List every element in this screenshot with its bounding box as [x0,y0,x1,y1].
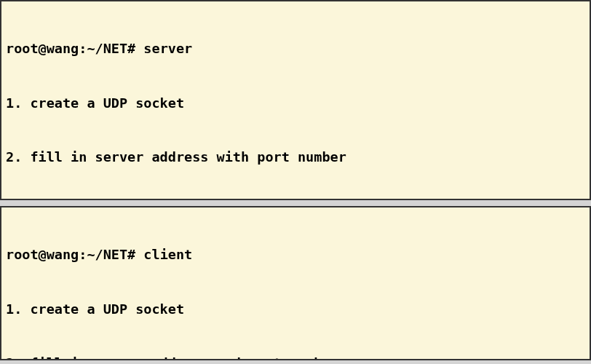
command: server [143,41,192,56]
command-line: root@wang:~/NET# server [6,40,585,58]
shell-prompt: root@wang:~/NET# [6,41,143,56]
output-line: 1. create a UDP socket [6,301,585,319]
shell-prompt: root@wang:~/NET# [6,247,143,262]
output-line: 2. fill in server address with port numb… [6,149,585,167]
output-line: 2. fill in server address and port numbe… [6,355,585,360]
command: client [143,247,192,262]
server-terminal[interactable]: root@wang:~/NET# server 1. create a UDP … [0,0,591,200]
output-line: 1. create a UDP socket [6,95,585,113]
client-terminal[interactable]: root@wang:~/NET# client 1. create a UDP … [0,206,591,360]
command-line: root@wang:~/NET# client [6,246,585,264]
